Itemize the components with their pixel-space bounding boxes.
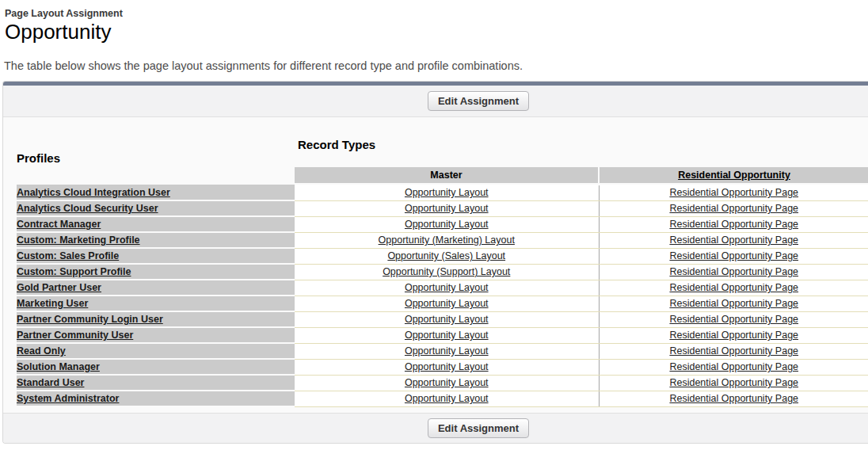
residential-layout-link[interactable]: Residential Opportunity Page — [669, 219, 798, 230]
profile-link[interactable]: System Administrator — [17, 393, 119, 404]
master-layout-cell: Opportunity Layout — [295, 327, 599, 343]
residential-layout-link[interactable]: Residential Opportunity Page — [669, 282, 798, 293]
master-layout-link[interactable]: Opportunity (Marketing) Layout — [379, 235, 515, 246]
master-layout-cell: Opportunity (Sales) Layout — [295, 248, 599, 264]
page-layout-assignment-panel: Edit Assignment Record Types Profiles Ma… — [2, 81, 868, 444]
master-layout-link[interactable]: Opportunity Layout — [405, 203, 489, 214]
master-layout-link[interactable]: Opportunity Layout — [405, 361, 489, 372]
table-row: Standard User Opportunity Layout Residen… — [17, 375, 868, 391]
profile-link[interactable]: Analytics Cloud Integration User — [17, 187, 170, 198]
top-button-bar: Edit Assignment — [3, 86, 868, 117]
profile-link[interactable]: Custom: Sales Profile — [17, 250, 119, 261]
profile-link[interactable]: Gold Partner User — [17, 282, 101, 293]
table-row: Solution Manager Opportunity Layout Resi… — [17, 359, 868, 375]
residential-layout-cell: Residential Opportunity Page — [599, 296, 868, 311]
table-row: Analytics Cloud Security User Opportunit… — [17, 200, 868, 216]
master-layout-link[interactable]: Opportunity Layout — [405, 282, 489, 293]
profile-cell: Custom: Support Profile — [17, 264, 295, 280]
profile-link[interactable]: Partner Community User — [17, 330, 133, 341]
residential-layout-cell: Residential Opportunity Page — [599, 391, 868, 406]
residential-layout-cell: Residential Opportunity Page — [599, 343, 868, 359]
page-title: Opportunity — [5, 20, 868, 44]
edit-assignment-button-bottom[interactable]: Edit Assignment — [428, 418, 529, 438]
table-row: Read Only Opportunity Layout Residential… — [17, 343, 868, 359]
residential-layout-link[interactable]: Residential Opportunity Page — [669, 393, 798, 404]
profile-link[interactable]: Read Only — [17, 345, 66, 357]
master-layout-cell: Opportunity (Marketing) Layout — [295, 232, 599, 248]
residential-layout-cell: Residential Opportunity Page — [599, 375, 868, 391]
profile-link[interactable]: Custom: Support Profile — [17, 266, 131, 277]
master-layout-link[interactable]: Opportunity Layout — [405, 219, 489, 230]
record-types-heading: Record Types — [298, 138, 375, 151]
profile-cell: Gold Partner User — [17, 280, 295, 296]
edit-assignment-button-top[interactable]: Edit Assignment — [428, 91, 529, 111]
page-description: The table below shows the page layout as… — [0, 59, 868, 72]
profile-cell: Custom: Sales Profile — [17, 248, 295, 264]
master-layout-cell: Opportunity Layout — [295, 343, 599, 359]
profile-link[interactable]: Partner Community Login User — [17, 314, 163, 325]
residential-layout-cell: Residential Opportunity Page — [599, 185, 868, 200]
table-row: Custom: Sales Profile Opportunity (Sales… — [17, 248, 868, 264]
residential-layout-link[interactable]: Residential Opportunity Page — [669, 361, 798, 372]
table-header-row: Master Residential Opportunity — [17, 167, 868, 183]
page-header: Page Layout Assignment Opportunity — [0, 0, 868, 44]
residential-layout-cell: Residential Opportunity Page — [599, 280, 868, 296]
master-layout-link[interactable]: Opportunity Layout — [405, 377, 489, 388]
master-layout-link[interactable]: Opportunity Layout — [405, 345, 489, 357]
residential-layout-link[interactable]: Residential Opportunity Page — [669, 298, 798, 309]
page-layout-assignment-table: Master Residential Opportunity Analytics… — [17, 167, 868, 407]
profile-cell: Marketing User — [17, 296, 295, 311]
breadcrumb: Page Layout Assignment — [5, 8, 868, 19]
profiles-column-spacer — [17, 167, 295, 183]
profile-cell: Read Only — [17, 343, 295, 359]
master-layout-link[interactable]: Opportunity Layout — [405, 298, 489, 309]
master-layout-cell: Opportunity Layout — [295, 311, 599, 327]
residential-layout-link[interactable]: Residential Opportunity Page — [669, 330, 798, 341]
profile-cell: Standard User — [17, 375, 295, 391]
residential-layout-link[interactable]: Residential Opportunity Page — [669, 314, 798, 325]
master-layout-link[interactable]: Opportunity (Sales) Layout — [387, 250, 505, 261]
master-layout-cell: Opportunity Layout — [295, 391, 599, 406]
residential-layout-link[interactable]: Residential Opportunity Page — [669, 203, 798, 214]
profile-link[interactable]: Analytics Cloud Security User — [17, 203, 158, 214]
table-row: System Administrator Opportunity Layout … — [17, 391, 868, 406]
master-layout-link[interactable]: Opportunity Layout — [405, 314, 489, 325]
column-header-master: Master — [295, 167, 599, 183]
assignment-table-area: Record Types Profiles Master Residential… — [3, 117, 868, 413]
residential-layout-link[interactable]: Residential Opportunity Page — [669, 250, 798, 261]
profile-cell: Partner Community Login User — [17, 311, 295, 327]
master-layout-cell: Opportunity Layout — [295, 280, 599, 296]
profiles-heading: Profiles — [17, 151, 60, 165]
profile-link[interactable]: Standard User — [17, 377, 84, 388]
residential-layout-cell: Residential Opportunity Page — [599, 200, 868, 216]
master-layout-cell: Opportunity Layout — [295, 296, 599, 311]
residential-layout-cell: Residential Opportunity Page — [599, 311, 868, 327]
column-header-residential-opportunity: Residential Opportunity — [599, 167, 868, 183]
profile-link[interactable]: Custom: Marketing Profile — [17, 235, 140, 246]
residential-layout-link[interactable]: Residential Opportunity Page — [669, 266, 798, 277]
master-layout-link[interactable]: Opportunity Layout — [405, 393, 489, 404]
profile-link[interactable]: Contract Manager — [17, 219, 101, 230]
master-layout-cell: Opportunity Layout — [295, 185, 599, 200]
residential-layout-cell: Residential Opportunity Page — [599, 264, 868, 280]
profile-cell: Analytics Cloud Security User — [17, 200, 295, 216]
residential-layout-link[interactable]: Residential Opportunity Page — [669, 235, 798, 246]
master-layout-link[interactable]: Opportunity Layout — [405, 187, 489, 198]
residential-layout-link[interactable]: Residential Opportunity Page — [669, 345, 798, 357]
table-row: Analytics Cloud Integration User Opportu… — [17, 185, 868, 200]
profile-cell: Analytics Cloud Integration User — [17, 185, 295, 200]
profile-cell: Contract Manager — [17, 216, 295, 232]
profile-link[interactable]: Solution Manager — [17, 361, 100, 372]
master-layout-link[interactable]: Opportunity Layout — [405, 330, 489, 341]
residential-layout-link[interactable]: Residential Opportunity Page — [669, 377, 798, 388]
master-layout-cell: Opportunity Layout — [295, 375, 599, 391]
profile-link[interactable]: Marketing User — [17, 298, 88, 309]
residential-opportunity-record-type-link[interactable]: Residential Opportunity — [678, 170, 790, 181]
master-layout-cell: Opportunity Layout — [295, 216, 599, 232]
table-row: Partner Community User Opportunity Layou… — [17, 327, 868, 343]
residential-layout-link[interactable]: Residential Opportunity Page — [669, 187, 798, 198]
master-layout-link[interactable]: Opportunity (Support) Layout — [383, 266, 510, 277]
residential-layout-cell: Residential Opportunity Page — [599, 327, 868, 343]
residential-layout-cell: Residential Opportunity Page — [599, 359, 868, 375]
profile-cell: Solution Manager — [17, 359, 295, 375]
